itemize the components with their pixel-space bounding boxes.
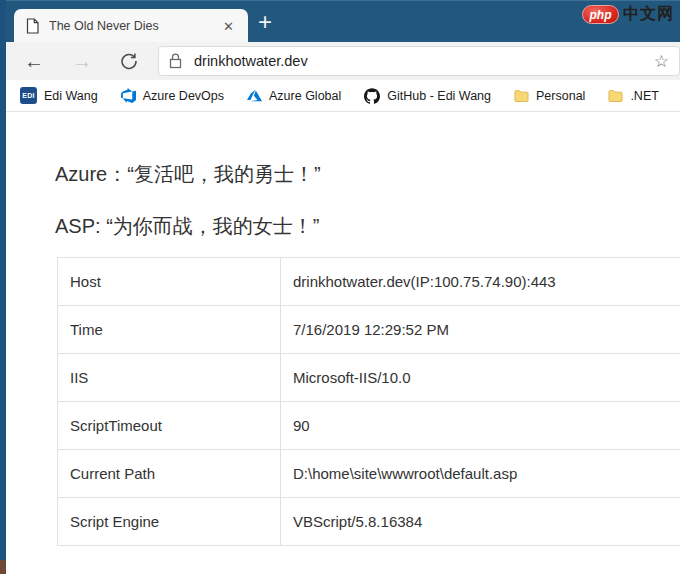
bookmark-edi-wang[interactable]: EDI Edi Wang <box>20 87 98 104</box>
desktop-edge-strip <box>0 0 6 574</box>
row-value: 90 <box>281 402 680 450</box>
github-icon <box>364 88 380 104</box>
bookmark-folder-personal[interactable]: Personal <box>514 89 585 103</box>
quote-line-asp: ASP: “为你而战，我的女士！” <box>55 212 680 240</box>
new-tab-button[interactable]: + <box>258 10 272 34</box>
refresh-icon[interactable] <box>120 52 138 70</box>
row-value: VBScript/5.8.16384 <box>281 498 680 546</box>
table-row: Current Path D:\home\site\wwwroot\defaul… <box>58 450 680 498</box>
back-icon[interactable]: ← <box>24 51 44 71</box>
row-key: Time <box>58 306 281 354</box>
server-info-table: Host drinkhotwater.dev(IP:100.75.74.90):… <box>57 257 680 546</box>
address-bar[interactable]: drinkhotwater.dev ☆ <box>158 46 680 76</box>
table-row: Time 7/16/2019 12:29:52 PM <box>58 306 680 354</box>
forward-icon: → <box>72 51 92 71</box>
table-row: ScriptTimeout 90 <box>58 402 680 450</box>
quote-line-azure: Azure：“复活吧，我的勇士！” <box>55 160 680 188</box>
bookmark-folder-dotnet[interactable]: .NET <box>608 89 658 103</box>
php-logo: php <box>582 5 619 24</box>
table-row: Host drinkhotwater.dev(IP:100.75.74.90):… <box>58 258 680 306</box>
browser-tab[interactable]: The Old Never Dies ✕ <box>14 9 248 43</box>
page-content: Azure：“复活吧，我的勇士！” ASP: “为你而战，我的女士！” Host… <box>6 113 680 574</box>
navigation-toolbar: ← → drinkhotwater.dev ☆ <box>6 42 680 80</box>
row-value: 7/16/2019 12:29:52 PM <box>281 306 680 354</box>
bookmark-azure-global[interactable]: Azure Global <box>247 88 341 103</box>
row-key: IIS <box>58 354 281 402</box>
folder-icon <box>608 89 623 103</box>
bookmark-azure-devops[interactable]: Azure DevOps <box>121 88 224 103</box>
page-document-icon <box>26 18 39 34</box>
tab-close-icon[interactable]: ✕ <box>219 17 238 36</box>
url-text: drinkhotwater.dev <box>194 53 308 69</box>
row-key: Host <box>58 258 281 306</box>
row-value: drinkhotwater.dev(IP:100.75.74.90):443 <box>281 258 680 306</box>
lock-icon[interactable] <box>169 53 182 69</box>
table-row: IIS Microsoft-IIS/10.0 <box>58 354 680 402</box>
desktop-edge-strip-bottom <box>0 560 6 574</box>
bookmarks-bar: EDI Edi Wang Azure DevOps Azure Global G… <box>6 80 680 112</box>
table-row: Script Engine VBScript/5.8.16384 <box>58 498 680 546</box>
azure-devops-icon <box>121 88 136 103</box>
azure-icon <box>247 88 262 103</box>
row-key: Script Engine <box>58 498 281 546</box>
php-cn-watermark: php 中文网 <box>582 4 674 25</box>
row-key: ScriptTimeout <box>58 402 281 450</box>
tab-title: The Old Never Dies <box>49 19 219 33</box>
folder-icon <box>514 89 529 103</box>
row-value: Microsoft-IIS/10.0 <box>281 354 680 402</box>
titlebar: The Old Never Dies ✕ + php 中文网 <box>0 0 680 42</box>
watermark-cn-text: 中文网 <box>623 4 674 25</box>
bookmark-github[interactable]: GitHub - Edi Wang <box>364 88 491 104</box>
favorite-star-icon[interactable]: ☆ <box>654 51 669 72</box>
row-value: D:\home\site\wwwroot\default.asp <box>281 450 680 498</box>
row-key: Current Path <box>58 450 281 498</box>
edi-badge-icon: EDI <box>20 87 37 104</box>
